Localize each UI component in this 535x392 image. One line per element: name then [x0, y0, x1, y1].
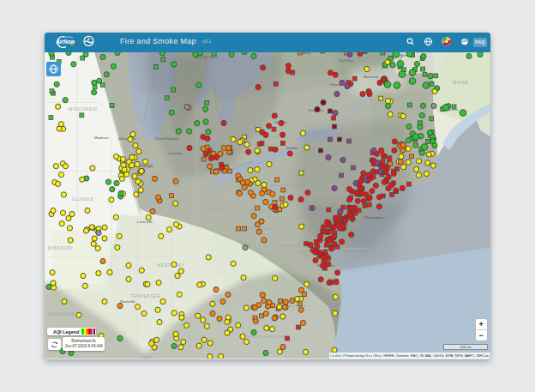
svg-text:PENNSYLVANIA: PENNSYLVANIA — [271, 184, 305, 188]
svg-text:ARKANSAS: ARKANSAS — [48, 312, 75, 317]
svg-text:Lansing: Lansing — [168, 151, 182, 155]
svg-text:Louisville: Louisville — [137, 220, 153, 224]
svg-text:Philadelphia: Philadelphia — [364, 215, 384, 220]
svg-text:VIRGINIA: VIRGINIA — [280, 244, 301, 248]
svg-text:ILLINOIS: ILLINOIS — [72, 197, 93, 202]
svg-text:WISCONSIN: WISCONSIN — [69, 107, 98, 112]
svg-text:MICHIGAN: MICHIGAN — [182, 115, 207, 119]
svg-text:MISSOURI: MISSOURI — [48, 246, 73, 250]
svg-text:AirNow: AirNow — [56, 39, 75, 45]
svg-text:Montreal: Montreal — [364, 75, 378, 79]
svg-text:TENNESSEE: TENNESSEE — [130, 294, 160, 299]
svg-text:Buffalo: Buffalo — [286, 146, 298, 150]
svg-text:Nashville: Nashville — [120, 299, 135, 304]
svg-text:North Bay: North Bay — [340, 59, 353, 63]
svg-text:Grand Rapids: Grand Rapids — [155, 136, 179, 141]
svg-text:Madison: Madison — [94, 136, 109, 140]
svg-text:MAINE: MAINE — [453, 81, 469, 85]
svg-text:INDIANA: INDIANA — [206, 208, 226, 212]
